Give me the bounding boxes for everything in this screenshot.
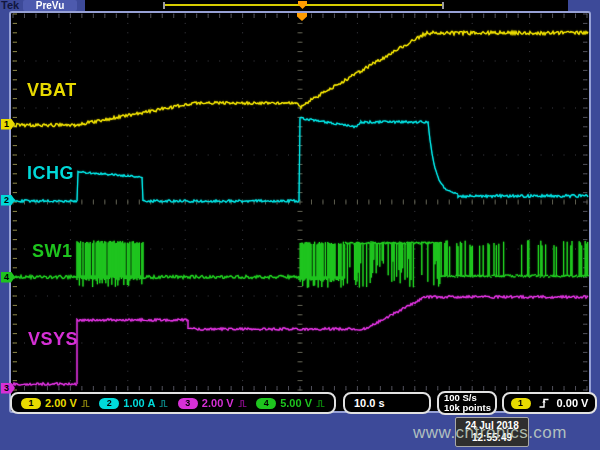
acquisition-mode-badge: PreVu <box>23 0 77 11</box>
record-window-end-bracket <box>442 2 444 9</box>
channel-1-readout: 1 2.00 V <box>21 397 90 409</box>
channel-2-badge: 2 <box>99 398 119 409</box>
watermark-text: www.cntronics.com <box>413 423 567 443</box>
channel-2-scale: 1.00 A <box>123 397 155 409</box>
trigger-source-badge: 1 <box>511 398 531 409</box>
channel-4-scale: 5.00 V <box>280 397 312 409</box>
channel-3-scale: 2.00 V <box>202 397 234 409</box>
timebase-readout: 10.0 s <box>343 392 431 414</box>
waveform-coupling-icon <box>238 399 247 408</box>
trace-label-sw1: SW1 <box>32 241 73 262</box>
acquisition-readout: 100 S/s 10k points <box>437 391 497 415</box>
bottom-chrome: www.cntronics.com 24 Jul 2018 12:55:49 <box>0 415 600 450</box>
channel-1-badge: 1 <box>21 398 41 409</box>
timebase-value: 10.0 s <box>354 397 385 409</box>
trigger-readout: 1 0.00 V <box>502 392 597 414</box>
trace-label-ichg: ICHG <box>27 163 74 184</box>
waveform-coupling-icon <box>316 399 325 408</box>
channel-3-badge: 3 <box>178 398 198 409</box>
acquisition-record-bar <box>85 0 568 11</box>
waveform-coupling-icon <box>159 399 168 408</box>
channel-4-readout: 4 5.00 V <box>256 397 325 409</box>
trace-label-vsys: VSYS <box>28 329 78 350</box>
record-trigger-position-icon <box>298 1 307 9</box>
channel-1-scale: 2.00 V <box>45 397 77 409</box>
channel-scales-readout: 1 2.00 V 2 1.00 A 3 2.00 V 4 5.00 V <box>10 392 336 414</box>
waveform-display <box>0 0 600 450</box>
trace-label-vbat: VBAT <box>27 80 77 101</box>
record-length: 10k points <box>444 403 491 413</box>
waveform-coupling-icon <box>81 399 90 408</box>
channel-2-readout: 2 1.00 A <box>99 397 168 409</box>
channel-4-badge: 4 <box>256 398 276 409</box>
channel-3-readout: 3 2.00 V <box>178 397 247 409</box>
record-window-start-bracket <box>163 2 165 9</box>
trigger-level: 0.00 V <box>557 397 589 409</box>
tek-logo: Tek <box>1 0 19 11</box>
rising-edge-icon <box>538 397 550 409</box>
header-bar: Tek PreVu <box>0 0 600 11</box>
